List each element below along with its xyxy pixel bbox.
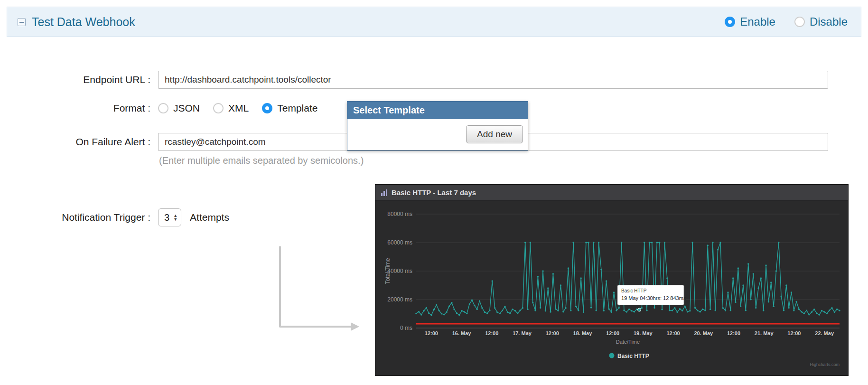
svg-text:Highcharts.com: Highcharts.com [810,362,840,367]
svg-text:60000 ms: 60000 ms [387,239,412,246]
svg-text:19 May 04:30hrs: 12 843ms: 19 May 04:30hrs: 12 843ms [621,295,686,301]
chart-titlebar: Basic HTTP - Last 7 days [375,185,848,201]
json-radio-icon [158,103,168,113]
svg-text:Date/Time: Date/Time [616,339,640,345]
format-radio-template[interactable]: Template [262,103,317,114]
notification-trigger-label: Notification Trigger : [0,212,150,223]
svg-text:Total Time: Total Time [384,258,391,284]
svg-text:12:00: 12:00 [787,330,801,336]
svg-text:20. May: 20. May [694,330,713,336]
endpoint-url-row: Endpoint URL : [0,71,868,89]
attempts-suffix: Attempts [190,212,229,223]
chart-title: Basic HTTP - Last 7 days [392,188,476,197]
svg-text:0 ms: 0 ms [400,325,412,331]
svg-text:12:00: 12:00 [546,330,559,336]
xml-radio-icon [213,103,224,113]
enable-disable-group: Enable Disable [725,15,848,28]
attempts-stepper[interactable]: 3 ▲▼ [158,208,181,226]
disable-radio-icon [794,17,805,27]
timeseries-chart: 0 ms20000 ms40000 ms60000 ms80000 msTota… [375,201,848,376]
svg-text:20000 ms: 20000 ms [387,296,412,303]
svg-text:12:00: 12:00 [667,330,680,336]
template-radio-icon [262,103,272,113]
svg-text:18. May: 18. May [573,330,593,336]
xml-option-label: XML [228,103,249,114]
svg-text:Basic HTTP: Basic HTTP [617,353,649,359]
svg-text:12:00: 12:00 [606,330,619,336]
section-header: Test Data Webhook Enable Disable [7,7,861,37]
failure-alert-label: On Failure Alert : [0,136,150,148]
svg-text:12:00: 12:00 [485,330,498,336]
endpoint-url-input[interactable] [158,71,828,89]
format-radio-group: JSON XML Template [158,103,317,114]
flow-arrow-icon [273,243,368,336]
select-template-header[interactable]: Select Template [347,102,528,119]
svg-text:22. May: 22. May [815,330,834,336]
add-new-button[interactable]: Add new [466,125,523,143]
webhook-settings-page: Test Data Webhook Enable Disable Endpoin… [0,0,868,385]
enable-label: Enable [740,15,775,28]
format-radio-json[interactable]: JSON [158,103,200,114]
svg-text:12:00: 12:00 [727,330,740,336]
disable-radio[interactable]: Disable [794,15,848,28]
endpoint-url-label: Endpoint URL : [0,74,150,85]
select-template-body: Add new [347,119,528,150]
select-template-dropdown: Select Template Add new [347,101,528,150]
svg-text:80000 ms: 80000 ms [387,211,412,217]
svg-text:21. May: 21. May [755,330,774,336]
svg-text:16. May: 16. May [452,330,472,336]
stepper-arrows-icon: ▲▼ [173,214,177,221]
enable-radio[interactable]: Enable [725,15,775,28]
svg-text:Basic HTTP: Basic HTTP [621,288,647,293]
attempts-value: 3 [164,212,169,223]
chart-panel: Basic HTTP - Last 7 days 0 ms20000 ms400… [375,184,849,376]
format-radio-xml[interactable]: XML [213,103,249,114]
format-label: Format : [0,103,150,114]
section-header-left: Test Data Webhook [18,15,135,29]
svg-text:19. May: 19. May [634,330,653,336]
svg-text:17. May: 17. May [513,330,532,336]
page-title: Test Data Webhook [32,15,135,29]
json-option-label: JSON [173,103,200,114]
collapse-icon[interactable] [18,18,26,26]
column-chart-icon [381,189,387,196]
disable-label: Disable [810,15,848,28]
failure-alert-hint: (Enter multiple emails separated by semi… [159,155,364,166]
svg-text:40000 ms: 40000 ms [387,268,412,274]
enable-radio-icon [725,17,735,27]
svg-text:12:00: 12:00 [425,330,438,336]
template-option-label: Template [277,103,317,114]
